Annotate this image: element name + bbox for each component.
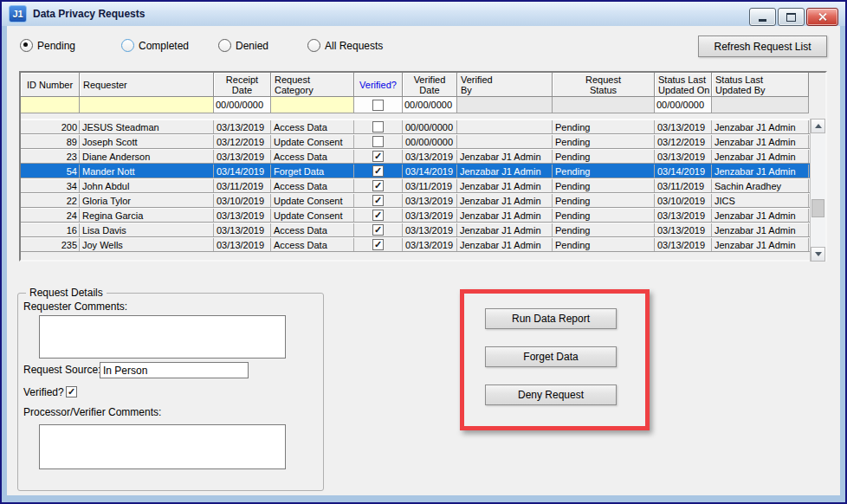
table-row[interactable]: 34John Abdul03/11/2019Access Data03/11/2… xyxy=(21,178,825,193)
col-header-request-category[interactable]: Request Category xyxy=(271,73,354,97)
request-source-input[interactable] xyxy=(100,362,249,378)
scrollbar-up-button[interactable] xyxy=(811,119,825,133)
scrollbar-thumb[interactable] xyxy=(811,199,824,217)
cell-verified xyxy=(354,194,403,207)
cell-category: Access Data xyxy=(271,238,354,251)
checkbox-icon xyxy=(372,224,384,236)
cell-id: 200 xyxy=(21,120,80,133)
cell-id: 235 xyxy=(21,238,80,251)
col-header-requester[interactable]: Requester xyxy=(80,73,214,97)
refresh-request-list-button[interactable]: Refresh Request List xyxy=(698,36,827,57)
cell-updated_by: Jenzabar J1 Admin xyxy=(712,120,809,133)
table-row[interactable]: 22Gloria Tylor03/10/2019Update Consent03… xyxy=(21,193,825,208)
filter-verified-checkbox[interactable] xyxy=(354,97,403,113)
col-header-verified-date[interactable]: Verified Date xyxy=(403,73,457,97)
arrow-down-icon xyxy=(815,252,822,256)
radio-denied[interactable]: Denied xyxy=(218,39,268,52)
cell-verified_by: Jenzabar J1 Admin xyxy=(457,165,553,178)
cell-requester: Gloria Tylor xyxy=(80,194,214,207)
cell-category: Access Data xyxy=(271,150,354,163)
deny-request-button[interactable]: Deny Request xyxy=(485,384,617,405)
cell-verified_by: Jenzabar J1 Admin xyxy=(457,238,553,251)
radio-completed[interactable]: Completed xyxy=(121,39,189,52)
filter-verified-by-cell xyxy=(457,97,553,113)
cell-receipt_date: 03/12/2019 xyxy=(214,135,271,148)
cell-updated_on: 03/10/2019 xyxy=(655,194,712,207)
cell-updated_by: Sachin Aradhey xyxy=(712,179,809,192)
filter-request-category-input[interactable] xyxy=(271,97,354,113)
forget-data-button[interactable]: Forget Data xyxy=(485,346,617,367)
filter-receipt-date-input[interactable]: 00/00/0000 xyxy=(214,97,271,113)
grid-header-row: ID Number Requester Receipt Date Request… xyxy=(21,73,825,97)
scrollbar-down-button[interactable] xyxy=(811,247,825,262)
cell-updated_on: 03/13/2019 xyxy=(655,238,712,251)
cell-receipt_date: 03/13/2019 xyxy=(214,120,271,133)
checkbox-icon xyxy=(372,195,384,206)
cell-verified xyxy=(354,209,403,222)
checkbox-icon xyxy=(372,100,384,111)
grid-gap xyxy=(21,113,825,120)
table-row[interactable]: 54Mander Nott03/14/2019Forget Data03/14/… xyxy=(21,164,825,178)
cell-receipt_date: 03/13/2019 xyxy=(214,150,271,163)
table-row[interactable]: 235Joy Wells03/13/2019Access Data03/13/2… xyxy=(21,237,825,252)
col-header-status-updated-by[interactable]: Status Last Updated By xyxy=(712,73,809,97)
radio-pending-icon xyxy=(20,39,33,52)
checkbox-icon xyxy=(372,165,384,177)
radio-completed-label: Completed xyxy=(139,40,189,52)
close-button[interactable] xyxy=(806,8,838,26)
cell-updated_by: JICS xyxy=(712,194,809,207)
run-data-report-button[interactable]: Run Data Report xyxy=(485,308,617,329)
cell-id: 34 xyxy=(21,179,80,192)
filter-requester-input[interactable] xyxy=(80,97,214,113)
cell-receipt_date: 03/13/2019 xyxy=(214,209,271,222)
radio-completed-icon xyxy=(121,39,134,52)
window-titlebar[interactable]: J1 Data Privacy Requests xyxy=(2,2,845,26)
cell-id: 89 xyxy=(21,135,80,148)
table-row[interactable]: 24Regina Garcia03/13/2019Update Consent0… xyxy=(21,208,825,223)
col-header-receipt-date[interactable]: Receipt Date xyxy=(214,73,271,97)
filter-id-number-input[interactable] xyxy=(21,97,80,113)
cell-verified_by: Jenzabar J1 Admin xyxy=(457,223,553,236)
cell-status: Pending xyxy=(553,238,655,251)
filter-updated-on-input[interactable]: 00/00/0000 xyxy=(655,97,712,113)
col-header-request-status[interactable]: Request Status xyxy=(553,73,655,97)
filter-request-status-cell xyxy=(553,97,655,113)
cell-status: Pending xyxy=(553,194,655,207)
cell-requester: John Abdul xyxy=(80,179,214,192)
cell-verified xyxy=(354,179,403,192)
col-header-status-updated-on[interactable]: Status Last Updated On xyxy=(655,73,712,97)
radio-pending[interactable]: Pending xyxy=(20,39,75,52)
cell-verified_by: Jenzabar J1 Admin xyxy=(457,179,553,192)
cell-verified_date: 03/13/2019 xyxy=(403,194,457,207)
verified-label: Verified? xyxy=(23,386,64,398)
col-header-verified-by[interactable]: Verified By xyxy=(457,73,553,97)
cell-requester: Joy Wells xyxy=(80,238,214,251)
filter-verified-date-input[interactable]: 00/00/0000 xyxy=(403,97,457,113)
cell-verified xyxy=(354,120,403,133)
radio-all-requests-label: All Requests xyxy=(325,40,383,52)
checkbox-icon xyxy=(372,239,384,250)
vertical-scrollbar[interactable] xyxy=(810,119,825,262)
cell-status: Pending xyxy=(553,223,655,236)
table-row[interactable]: 89Joseph Scott03/12/2019Update Consent00… xyxy=(21,134,825,149)
verified-checkbox[interactable] xyxy=(66,386,77,397)
table-row[interactable]: 16Lisa Davis03/13/2019Access Data03/13/2… xyxy=(21,223,825,237)
cell-receipt_date: 03/14/2019 xyxy=(214,165,271,178)
radio-all-requests[interactable]: All Requests xyxy=(307,39,383,52)
requester-comments-textarea[interactable] xyxy=(39,315,286,359)
table-row[interactable]: 200JESUS Steadman03/13/2019Access Data00… xyxy=(21,120,825,134)
processor-comments-textarea[interactable] xyxy=(39,424,286,469)
grid-rows: 200JESUS Steadman03/13/2019Access Data00… xyxy=(21,120,825,252)
cell-verified_date: 03/13/2019 xyxy=(403,238,457,251)
cell-updated_by: Jenzabar J1 Admin xyxy=(712,165,809,178)
window-controls xyxy=(749,8,838,26)
checkbox-icon xyxy=(372,180,384,191)
maximize-button[interactable] xyxy=(778,8,805,26)
col-header-id-number[interactable]: ID Number xyxy=(21,73,80,97)
request-source-label: Request Source: xyxy=(23,364,100,376)
minimize-button[interactable] xyxy=(749,8,776,26)
table-row[interactable]: 23Diane Anderson03/13/2019Access Data03/… xyxy=(21,149,825,164)
cell-updated_on: 03/13/2019 xyxy=(655,223,712,236)
cell-updated_on: 03/13/2019 xyxy=(655,150,712,163)
col-header-verified[interactable]: Verified? xyxy=(354,73,403,97)
